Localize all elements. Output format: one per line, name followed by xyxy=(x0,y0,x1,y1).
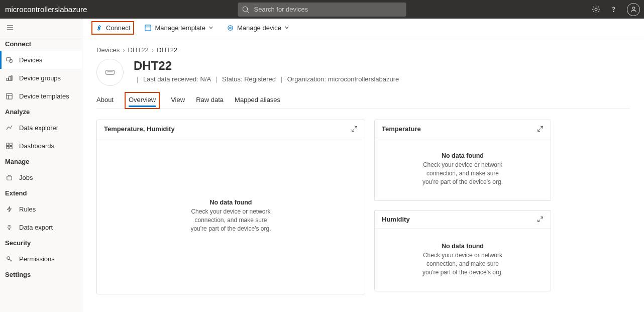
svg-point-0 xyxy=(243,7,247,11)
side-heading-extend: Extend xyxy=(0,186,82,200)
last-data-label: Last data received: xyxy=(143,75,198,83)
svg-rect-16 xyxy=(6,143,9,145)
sidebar-item-label: Device templates xyxy=(19,92,69,100)
connect-plug-icon xyxy=(95,24,103,32)
breadcrumb-leaf: DHT22 xyxy=(157,46,177,54)
svg-rect-20 xyxy=(7,176,11,180)
sidebar-item-label: Permissions xyxy=(19,255,55,263)
side-heading-settings: Settings xyxy=(0,268,82,281)
help-icon[interactable] xyxy=(609,5,618,14)
device-templates-icon xyxy=(5,92,13,100)
chevron-right-icon: › xyxy=(123,46,125,54)
svg-point-25 xyxy=(228,25,233,30)
svg-rect-13 xyxy=(6,93,12,98)
connect-button[interactable]: Connect xyxy=(91,21,134,35)
sidebar-item-device-groups[interactable]: Device groups xyxy=(0,69,82,87)
manage-template-button[interactable]: Manage template xyxy=(141,22,216,34)
chevron-right-icon: › xyxy=(152,46,154,54)
expand-icon[interactable] xyxy=(537,126,544,132)
device-type-icon xyxy=(96,59,124,86)
svg-rect-23 xyxy=(145,25,151,30)
tab-mapped-aliases[interactable]: Mapped aliases xyxy=(235,92,280,108)
nodata-title: No data found xyxy=(442,243,484,250)
permissions-icon xyxy=(5,255,13,263)
manage-device-button[interactable]: Manage device xyxy=(224,22,292,34)
search-icon xyxy=(242,6,250,13)
device-gear-icon xyxy=(227,24,234,32)
card-title: Temperature xyxy=(382,125,421,133)
data-export-icon xyxy=(5,224,13,231)
svg-rect-12 xyxy=(11,75,12,80)
sidebar-item-label: Device groups xyxy=(19,74,61,82)
svg-rect-10 xyxy=(6,78,8,80)
svg-point-21 xyxy=(9,228,10,229)
side-heading-security: Security xyxy=(0,236,82,250)
sidebar-item-label: Jobs xyxy=(19,174,33,181)
nodata-title: No data found xyxy=(442,152,484,159)
card-humidity: Humidity No data found Check your device… xyxy=(374,210,551,291)
last-data-value: N/A xyxy=(200,75,211,83)
card-title: Humidity xyxy=(382,216,410,223)
header-actions xyxy=(592,3,640,16)
sidebar-item-jobs[interactable]: Jobs xyxy=(0,168,82,186)
manage-device-label: Manage device xyxy=(237,24,281,32)
side-heading-connect: Connect xyxy=(0,37,82,51)
sidebar-item-dashboards[interactable]: Dashboards xyxy=(0,137,82,155)
sidebar-item-data-explorer[interactable]: Data explorer xyxy=(0,119,82,137)
sidebar-item-label: Devices xyxy=(19,56,42,64)
tab-about[interactable]: About xyxy=(96,92,114,108)
side-heading-analyze: Analyze xyxy=(0,105,82,119)
page-title: DHT22 xyxy=(134,59,399,73)
sidebar: Connect Devices Device groups Device tem… xyxy=(0,19,82,312)
sidebar-item-data-export[interactable]: Data export xyxy=(0,218,82,236)
device-meta: | Last data received: N/A | Status: Regi… xyxy=(134,75,399,83)
top-header: microcontrollerslabazure xyxy=(0,0,644,19)
breadcrumb-mid[interactable]: DHT22 xyxy=(128,46,149,54)
gear-icon[interactable] xyxy=(592,5,600,14)
devices-icon xyxy=(5,56,13,64)
svg-rect-19 xyxy=(10,146,12,149)
card-temp-humidity: Temperature, Humidity No data found Chec… xyxy=(96,120,365,294)
sidebar-item-rules[interactable]: Rules xyxy=(0,200,82,218)
device-header: DHT22 | Last data received: N/A | Status… xyxy=(96,59,630,86)
connect-label: Connect xyxy=(106,24,130,32)
manage-template-label: Manage template xyxy=(155,24,205,32)
avatar[interactable] xyxy=(627,3,640,16)
svg-rect-11 xyxy=(9,76,11,80)
org-value: microcontrollerslabazure xyxy=(328,75,399,83)
card-title: Temperature, Humidity xyxy=(104,125,175,133)
tab-overview[interactable]: Overview xyxy=(129,94,156,107)
device-toolbar: Connect Manage template Manage device xyxy=(82,19,644,37)
svg-rect-18 xyxy=(6,146,9,149)
breadcrumb: Devices › DHT22 › DHT22 xyxy=(96,46,630,54)
highlight-box-overview: Overview xyxy=(125,92,160,109)
svg-point-3 xyxy=(613,11,614,12)
expand-icon[interactable] xyxy=(537,216,544,223)
svg-rect-17 xyxy=(10,143,12,145)
sidebar-item-label: Rules xyxy=(19,205,36,213)
nodata-desc: Check your device or network connection,… xyxy=(420,251,505,276)
svg-point-26 xyxy=(230,27,231,28)
sidebar-item-devices[interactable]: Devices xyxy=(0,51,82,69)
nodata-title: No data found xyxy=(209,199,252,206)
search-wrapper xyxy=(238,3,406,17)
tab-raw-data[interactable]: Raw data xyxy=(196,92,224,108)
chevron-down-icon xyxy=(208,25,213,30)
expand-icon[interactable] xyxy=(351,126,358,132)
template-icon xyxy=(144,24,152,32)
sidebar-item-label: Dashboards xyxy=(19,142,54,150)
chevron-down-icon xyxy=(284,25,289,30)
tab-view[interactable]: View xyxy=(171,92,185,108)
sidebar-item-permissions[interactable]: Permissions xyxy=(0,250,82,268)
nodata-desc: Check your device or network connection,… xyxy=(420,161,505,186)
svg-point-2 xyxy=(595,8,597,11)
dashboards-icon xyxy=(5,142,13,150)
search-input[interactable] xyxy=(238,3,406,17)
rules-icon xyxy=(5,205,13,213)
app-title: microcontrollerslabazure xyxy=(4,5,87,14)
side-heading-manage: Manage xyxy=(0,155,82,168)
jobs-icon xyxy=(5,174,13,181)
breadcrumb-root[interactable]: Devices xyxy=(96,46,120,54)
hamburger-button[interactable] xyxy=(0,19,82,37)
sidebar-item-device-templates[interactable]: Device templates xyxy=(0,87,82,105)
